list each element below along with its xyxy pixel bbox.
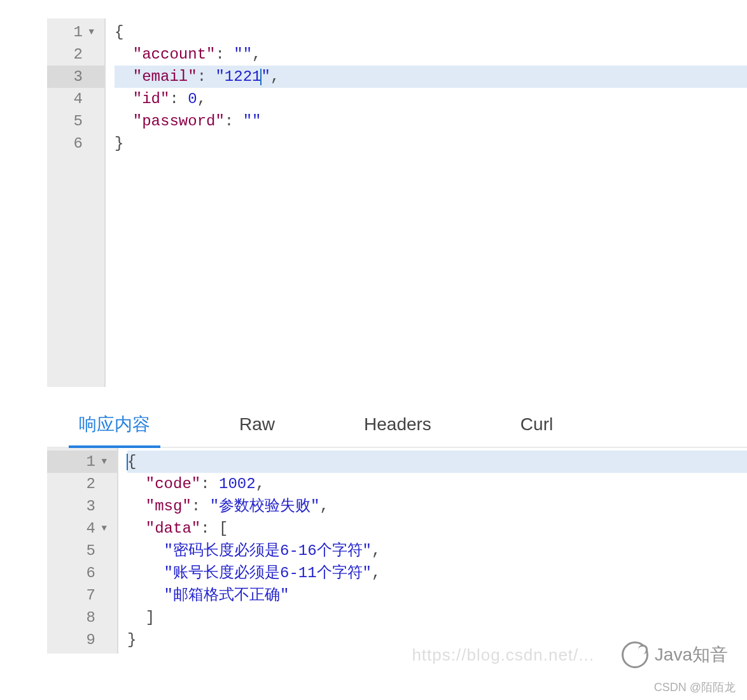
- json-key: "email": [133, 68, 197, 85]
- json-value: "": [234, 46, 252, 63]
- watermark-url: https://blog.csdn.net/...: [412, 645, 594, 665]
- json-key: "account": [133, 46, 216, 63]
- fold-arrow-icon[interactable]: ▼: [99, 517, 107, 540]
- line-number: 6: [87, 562, 95, 584]
- json-key: "id": [133, 90, 170, 108]
- tab-response-body[interactable]: 响应内容: [73, 412, 157, 437]
- json-value: 1002: [219, 475, 256, 493]
- json-value: "密码长度必须是6-16个字符": [164, 542, 372, 559]
- line-number: 1: [87, 451, 95, 473]
- response-body-editor[interactable]: 1▼ 2 3 4▼ 5 6 7 8 9 { "code": 1002, "msg…: [47, 448, 747, 654]
- request-body-editor[interactable]: 1▼ 2 3 4 5 6 { "account": "", "email": "…: [47, 18, 747, 387]
- line-number: 2: [74, 43, 83, 66]
- tab-raw[interactable]: Raw: [233, 414, 281, 435]
- tab-headers[interactable]: Headers: [358, 414, 438, 435]
- line-number-gutter: 1▼ 2 3 4▼ 5 6 7 8 9: [47, 448, 118, 654]
- fold-arrow-icon[interactable]: ▼: [87, 21, 94, 43]
- line-number: 5: [87, 540, 95, 562]
- json-value: "参数校验失败": [210, 498, 320, 515]
- wechat-icon: [622, 641, 648, 668]
- response-tabs: 响应内容 Raw Headers Curl: [47, 412, 747, 448]
- code-area[interactable]: { "account": "", "email": "1221", "id": …: [106, 18, 747, 387]
- fold-arrow-icon[interactable]: ▼: [99, 451, 107, 473]
- watermark-csdn: CSDN @陌陌龙: [654, 680, 736, 695]
- line-number: 3: [87, 495, 95, 517]
- json-key: "password": [133, 113, 225, 130]
- watermark-logo-text: Java知音: [655, 643, 728, 667]
- json-value: "1221: [215, 68, 261, 85]
- line-number-gutter: 1▼ 2 3 4 5 6: [47, 18, 106, 387]
- line-number: 8: [87, 606, 95, 629]
- line-number: 2: [87, 473, 95, 495]
- line-number: 6: [74, 132, 83, 155]
- line-number: 9: [87, 629, 95, 651]
- json-key: "msg": [146, 498, 192, 515]
- tab-curl[interactable]: Curl: [514, 414, 559, 435]
- json-value: "": [243, 113, 262, 130]
- line-number: 7: [87, 584, 95, 606]
- json-value: "账号长度必须是6-11个字符": [164, 564, 372, 582]
- line-number: 5: [74, 110, 83, 132]
- json-key: "code": [146, 475, 200, 493]
- line-number: 4: [87, 517, 95, 540]
- watermark-logo: Java知音: [622, 641, 728, 668]
- line-number: 1: [74, 21, 83, 43]
- code-area[interactable]: { "code": 1002, "msg": "参数校验失败", "data":…: [118, 448, 747, 654]
- json-key: "data": [146, 520, 200, 537]
- line-number: 4: [74, 88, 83, 110]
- line-number: 3: [74, 66, 83, 88]
- json-value: "邮箱格式不正确": [164, 587, 290, 604]
- json-value: 0: [188, 90, 197, 108]
